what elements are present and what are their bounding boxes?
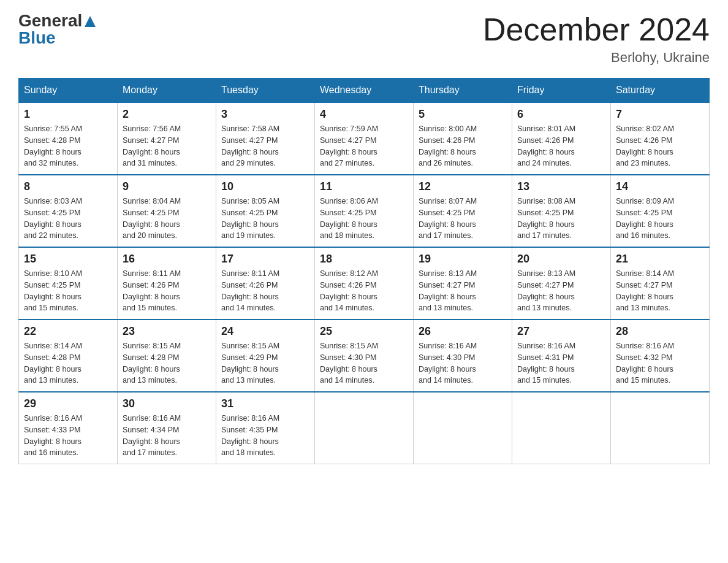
day-number: 28	[616, 325, 704, 338]
day-info: Sunrise: 8:16 AM Sunset: 4:33 PM Dayligh…	[24, 413, 112, 459]
calendar-day-cell: 29Sunrise: 8:16 AM Sunset: 4:33 PM Dayli…	[19, 392, 118, 464]
location: Berlohy, Ukraine	[483, 50, 710, 66]
calendar-header-cell: Thursday	[414, 79, 512, 103]
day-info: Sunrise: 8:16 AM Sunset: 4:31 PM Dayligh…	[517, 340, 605, 386]
day-number: 3	[221, 108, 309, 121]
calendar-header-cell: Tuesday	[216, 79, 315, 103]
day-number: 4	[320, 108, 408, 121]
calendar-day-cell	[315, 392, 414, 464]
calendar-header-row: SundayMondayTuesdayWednesdayThursdayFrid…	[19, 79, 710, 103]
day-number: 6	[517, 108, 605, 121]
calendar-day-cell: 16Sunrise: 8:11 AM Sunset: 4:26 PM Dayli…	[118, 247, 216, 320]
day-number: 2	[123, 108, 211, 121]
calendar-day-cell: 4Sunrise: 7:59 AM Sunset: 4:27 PM Daylig…	[315, 102, 414, 175]
title-area: December 2024 Berlohy, Ukraine	[483, 12, 710, 66]
calendar-day-cell	[611, 392, 710, 464]
day-info: Sunrise: 8:10 AM Sunset: 4:25 PM Dayligh…	[24, 268, 112, 314]
day-info: Sunrise: 8:14 AM Sunset: 4:28 PM Dayligh…	[24, 340, 112, 386]
calendar-day-cell	[512, 392, 611, 464]
day-info: Sunrise: 8:15 AM Sunset: 4:28 PM Dayligh…	[123, 340, 211, 386]
calendar-day-cell: 9Sunrise: 8:04 AM Sunset: 4:25 PM Daylig…	[118, 175, 216, 247]
calendar-day-cell: 12Sunrise: 8:07 AM Sunset: 4:25 PM Dayli…	[414, 175, 512, 247]
day-number: 22	[24, 325, 112, 338]
day-info: Sunrise: 8:01 AM Sunset: 4:26 PM Dayligh…	[517, 123, 605, 169]
calendar-week-row: 8Sunrise: 8:03 AM Sunset: 4:25 PM Daylig…	[19, 175, 710, 247]
day-info: Sunrise: 8:11 AM Sunset: 4:26 PM Dayligh…	[123, 268, 211, 314]
calendar-day-cell: 18Sunrise: 8:12 AM Sunset: 4:26 PM Dayli…	[315, 247, 414, 320]
day-number: 5	[419, 108, 507, 121]
day-number: 18	[320, 253, 408, 266]
calendar-day-cell: 24Sunrise: 8:15 AM Sunset: 4:29 PM Dayli…	[216, 320, 315, 392]
day-number: 7	[616, 108, 704, 121]
logo-triangle-icon	[83, 15, 97, 28]
day-number: 13	[517, 180, 605, 193]
day-number: 27	[517, 325, 605, 338]
day-info: Sunrise: 8:00 AM Sunset: 4:26 PM Dayligh…	[419, 123, 507, 169]
calendar-header-cell: Sunday	[19, 79, 118, 103]
day-number: 29	[24, 397, 112, 410]
day-number: 11	[320, 180, 408, 193]
day-info: Sunrise: 8:16 AM Sunset: 4:35 PM Dayligh…	[221, 413, 309, 459]
day-number: 16	[123, 253, 211, 266]
day-number: 25	[320, 325, 408, 338]
page-header: General Blue December 2024 Berlohy, Ukra…	[18, 12, 710, 66]
calendar-week-row: 15Sunrise: 8:10 AM Sunset: 4:25 PM Dayli…	[19, 247, 710, 320]
calendar-day-cell: 15Sunrise: 8:10 AM Sunset: 4:25 PM Dayli…	[19, 247, 118, 320]
day-number: 15	[24, 253, 112, 266]
day-info: Sunrise: 8:13 AM Sunset: 4:27 PM Dayligh…	[419, 268, 507, 314]
day-info: Sunrise: 8:13 AM Sunset: 4:27 PM Dayligh…	[517, 268, 605, 314]
calendar-day-cell: 2Sunrise: 7:56 AM Sunset: 4:27 PM Daylig…	[118, 102, 216, 175]
calendar-day-cell: 3Sunrise: 7:58 AM Sunset: 4:27 PM Daylig…	[216, 102, 315, 175]
calendar-day-cell: 22Sunrise: 8:14 AM Sunset: 4:28 PM Dayli…	[19, 320, 118, 392]
calendar-day-cell	[414, 392, 512, 464]
calendar-header-cell: Friday	[512, 79, 611, 103]
day-number: 9	[123, 180, 211, 193]
day-info: Sunrise: 7:56 AM Sunset: 4:27 PM Dayligh…	[123, 123, 211, 169]
day-info: Sunrise: 8:03 AM Sunset: 4:25 PM Dayligh…	[24, 196, 112, 242]
calendar-day-cell: 11Sunrise: 8:06 AM Sunset: 4:25 PM Dayli…	[315, 175, 414, 247]
day-info: Sunrise: 7:58 AM Sunset: 4:27 PM Dayligh…	[221, 123, 309, 169]
calendar-day-cell: 19Sunrise: 8:13 AM Sunset: 4:27 PM Dayli…	[414, 247, 512, 320]
day-info: Sunrise: 7:55 AM Sunset: 4:28 PM Dayligh…	[24, 123, 112, 169]
calendar-day-cell: 10Sunrise: 8:05 AM Sunset: 4:25 PM Dayli…	[216, 175, 315, 247]
calendar-day-cell: 23Sunrise: 8:15 AM Sunset: 4:28 PM Dayli…	[118, 320, 216, 392]
calendar-header-cell: Wednesday	[315, 79, 414, 103]
day-info: Sunrise: 8:02 AM Sunset: 4:26 PM Dayligh…	[616, 123, 704, 169]
day-info: Sunrise: 8:11 AM Sunset: 4:26 PM Dayligh…	[221, 268, 309, 314]
day-number: 24	[221, 325, 309, 338]
day-number: 20	[517, 253, 605, 266]
day-info: Sunrise: 8:07 AM Sunset: 4:25 PM Dayligh…	[419, 196, 507, 242]
day-number: 1	[24, 108, 112, 121]
logo-blue-text: Blue	[18, 29, 56, 47]
svg-marker-0	[85, 16, 96, 27]
day-number: 17	[221, 253, 309, 266]
day-info: Sunrise: 8:16 AM Sunset: 4:32 PM Dayligh…	[616, 340, 704, 386]
day-info: Sunrise: 8:15 AM Sunset: 4:29 PM Dayligh…	[221, 340, 309, 386]
calendar-day-cell: 31Sunrise: 8:16 AM Sunset: 4:35 PM Dayli…	[216, 392, 315, 464]
day-number: 12	[419, 180, 507, 193]
calendar-day-cell: 6Sunrise: 8:01 AM Sunset: 4:26 PM Daylig…	[512, 102, 611, 175]
logo: General Blue	[18, 12, 97, 47]
calendar-body: 1Sunrise: 7:55 AM Sunset: 4:28 PM Daylig…	[19, 102, 710, 464]
day-number: 19	[419, 253, 507, 266]
day-info: Sunrise: 8:06 AM Sunset: 4:25 PM Dayligh…	[320, 196, 408, 242]
calendar-day-cell: 25Sunrise: 8:15 AM Sunset: 4:30 PM Dayli…	[315, 320, 414, 392]
calendar-day-cell: 14Sunrise: 8:09 AM Sunset: 4:25 PM Dayli…	[611, 175, 710, 247]
day-info: Sunrise: 8:16 AM Sunset: 4:30 PM Dayligh…	[419, 340, 507, 386]
calendar-day-cell: 21Sunrise: 8:14 AM Sunset: 4:27 PM Dayli…	[611, 247, 710, 320]
day-number: 30	[123, 397, 211, 410]
day-number: 26	[419, 325, 507, 338]
calendar-day-cell: 27Sunrise: 8:16 AM Sunset: 4:31 PM Dayli…	[512, 320, 611, 392]
day-number: 8	[24, 180, 112, 193]
logo-general-text: General	[18, 12, 82, 29]
calendar-week-row: 29Sunrise: 8:16 AM Sunset: 4:33 PM Dayli…	[19, 392, 710, 464]
day-number: 31	[221, 397, 309, 410]
calendar-header-cell: Saturday	[611, 79, 710, 103]
calendar-day-cell: 5Sunrise: 8:00 AM Sunset: 4:26 PM Daylig…	[414, 102, 512, 175]
month-title: December 2024	[483, 12, 710, 47]
day-number: 10	[221, 180, 309, 193]
day-info: Sunrise: 8:12 AM Sunset: 4:26 PM Dayligh…	[320, 268, 408, 314]
calendar-day-cell: 8Sunrise: 8:03 AM Sunset: 4:25 PM Daylig…	[19, 175, 118, 247]
day-info: Sunrise: 8:16 AM Sunset: 4:34 PM Dayligh…	[123, 413, 211, 459]
day-info: Sunrise: 8:09 AM Sunset: 4:25 PM Dayligh…	[616, 196, 704, 242]
